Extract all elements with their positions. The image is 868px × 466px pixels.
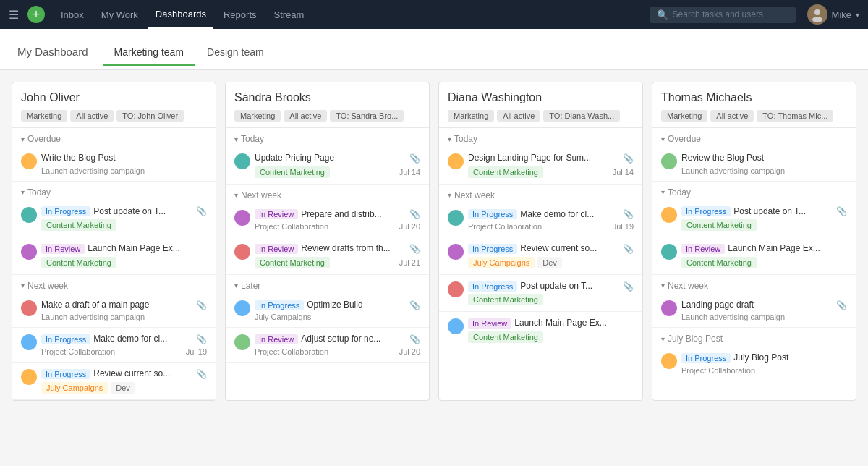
- task-meta: Content MarketingJul 21: [255, 257, 420, 268]
- task-meta: Project CollaborationJul 20: [255, 347, 420, 356]
- nav-stream[interactable]: Stream: [267, 0, 312, 29]
- task-item[interactable]: In ReviewAdjust setup for ne...📎Project …: [226, 328, 429, 363]
- task-item[interactable]: Make a draft of a main page📎Launch adver…: [12, 294, 216, 329]
- task-item[interactable]: In ProgressMake demo for cl...📎Project C…: [439, 203, 642, 238]
- task-row: In ReviewLaunch Main Page Ex...Content M…: [21, 243, 207, 268]
- task-item[interactable]: In ProgressPost update on T...📎Content M…: [12, 200, 216, 238]
- task-date: Jul 20: [399, 222, 420, 231]
- task-meta: Content MarketingJul 14: [468, 166, 634, 178]
- nav-reports[interactable]: Reports: [216, 0, 264, 29]
- task-category-tag: Content Marketing: [255, 257, 330, 268]
- task-title-row: In ReviewPrepare and distrib...📎: [255, 209, 420, 221]
- task-item[interactable]: In ProgressMake demo for cl...📎Project C…: [12, 328, 216, 363]
- task-item[interactable]: Update Pricing Page📎Content MarketingJul…: [226, 147, 429, 185]
- task-row: In ProgressPost update on T...📎Content M…: [21, 206, 207, 232]
- attachment-icon: 📎: [196, 334, 207, 344]
- filter-tag[interactable]: TO: Diana Wash...: [543, 110, 620, 122]
- task-meta: July Campaigns: [255, 313, 420, 321]
- task-item[interactable]: Write the Blog PostLaunch advertising ca…: [12, 147, 216, 182]
- task-title: Review current so...: [520, 243, 597, 255]
- filter-tag[interactable]: Marketing: [661, 110, 707, 122]
- task-item[interactable]: In ProgressPost update on T...📎Content M…: [652, 200, 856, 238]
- dashboard-content: John OliverMarketingAll activeTO: John O…: [0, 70, 868, 412]
- attachment-icon: 📎: [409, 153, 420, 164]
- section-header[interactable]: ▾Today: [439, 128, 642, 147]
- section-header[interactable]: ▾Today: [12, 182, 216, 200]
- attachment-icon: 📎: [409, 209, 420, 219]
- add-button[interactable]: +: [27, 6, 45, 23]
- task-main: Make a draft of a main page📎Launch adver…: [41, 300, 207, 322]
- nav-my-work[interactable]: My Work: [94, 0, 145, 29]
- task-main: In ProgressOptimize Build📎July Campaigns: [255, 300, 420, 322]
- task-main: Review the Blog PostLaunch advertising c…: [681, 153, 847, 175]
- task-item[interactable]: In Progress July Blog Post Project Colla…: [652, 347, 856, 381]
- user-filters: MarketingAll activeTO: John Oliver: [21, 110, 207, 122]
- user-menu[interactable]: Mike ▾: [807, 4, 859, 25]
- task-item[interactable]: Review the Blog PostLaunch advertising c…: [652, 147, 856, 182]
- task-item[interactable]: Design Landing Page for Sum...📎Content M…: [439, 147, 642, 185]
- section-header[interactable]: ▾Today: [226, 128, 429, 147]
- attachment-icon: 📎: [409, 244, 420, 254]
- task-meta: Launch advertising campaign: [41, 313, 207, 321]
- task-main: In ProgressReview current so...📎July Cam…: [41, 368, 207, 394]
- task-item[interactable]: In ReviewLaunch Main Page Ex...Content M…: [12, 237, 216, 275]
- task-avatar: [661, 207, 677, 223]
- filter-tag[interactable]: All active: [70, 110, 114, 122]
- task-main: Update Pricing Page📎Content MarketingJul…: [255, 153, 420, 178]
- section-header[interactable]: ▾Next week: [439, 185, 642, 203]
- svg-point-1: [812, 17, 822, 22]
- task-item[interactable]: In ReviewPrepare and distrib...📎Project …: [226, 203, 429, 238]
- nav-dashboards[interactable]: Dashboards: [148, 0, 213, 29]
- task-item[interactable]: In ReviewLaunch Main Page Ex...Content M…: [652, 237, 856, 275]
- tab-marketing-team[interactable]: Marketing team: [103, 41, 195, 66]
- filter-tag[interactable]: Marketing: [21, 110, 67, 122]
- task-item[interactable]: In ProgressReview current so...📎July Cam…: [12, 363, 216, 400]
- task-item[interactable]: Landing page draft📎Launch advertising ca…: [652, 294, 856, 329]
- section-header[interactable]: ▾Next week: [226, 185, 429, 203]
- task-row: In ProgressMake demo for cl...📎Project C…: [21, 334, 207, 356]
- section-header[interactable]: ▾Overdue: [12, 128, 216, 147]
- task-item[interactable]: In ProgressOptimize Build📎July Campaigns: [226, 294, 429, 329]
- section-header[interactable]: ▾Today: [652, 182, 856, 200]
- section-arrow-icon: ▾: [661, 281, 665, 289]
- filter-tag[interactable]: All active: [710, 110, 754, 122]
- column-sandra: Sandra BrooksMarketingAll activeTO: Sand…: [225, 82, 430, 401]
- section-header[interactable]: ▾Overdue: [652, 128, 856, 147]
- task-date: Jul 21: [399, 258, 420, 267]
- tab-design-team[interactable]: Design team: [195, 41, 276, 66]
- filter-tag[interactable]: Marketing: [234, 110, 281, 122]
- filter-tag[interactable]: TO: Sandra Bro...: [330, 110, 404, 122]
- task-row: Make a draft of a main page📎Launch adver…: [21, 300, 207, 322]
- section-header[interactable]: ▾July Blog Post: [652, 328, 856, 347]
- section-header[interactable]: ▾Next week: [652, 275, 856, 294]
- filter-tag[interactable]: Marketing: [448, 110, 494, 122]
- user-name-label: Mike: [832, 9, 851, 20]
- task-item[interactable]: In ProgressReview current so...📎July Cam…: [439, 237, 642, 275]
- menu-icon[interactable]: ☰: [9, 8, 19, 22]
- task-avatar: [234, 153, 250, 169]
- page-header: My Dashboard Marketing team Design team: [0, 29, 868, 70]
- filter-tag[interactable]: All active: [284, 110, 327, 122]
- nav-inbox[interactable]: Inbox: [54, 0, 91, 29]
- task-item[interactable]: In ReviewLaunch Main Page Ex...Content M…: [439, 312, 642, 350]
- section-header[interactable]: ▾Next week: [12, 275, 216, 294]
- section-header[interactable]: ▾Later: [226, 275, 429, 294]
- task-meta: Launch advertising campaign: [681, 166, 847, 175]
- task-item[interactable]: In ProgressPost update on T...📎Content M…: [439, 275, 642, 313]
- filter-tag[interactable]: TO: Thomas Mic...: [757, 110, 833, 122]
- task-avatar: [448, 210, 464, 226]
- search-input[interactable]: [673, 9, 788, 20]
- filter-tag[interactable]: TO: John Oliver: [116, 110, 184, 122]
- task-title: Prepare and distrib...: [301, 209, 381, 221]
- filter-tag[interactable]: All active: [497, 110, 540, 122]
- status-badge: In Review: [41, 244, 85, 254]
- task-date: Jul 20: [399, 347, 420, 356]
- task-meta: Content Marketing: [468, 331, 634, 343]
- task-row: Landing page draft📎Launch advertising ca…: [661, 300, 847, 322]
- task-title-row: In ReviewLaunch Main Page Ex...: [468, 318, 634, 329]
- user-chevron-icon: ▾: [856, 11, 859, 19]
- avatar: [807, 4, 827, 25]
- task-item[interactable]: In ReviewReview drafts from th...📎Conten…: [226, 237, 429, 275]
- column-header-sandra: Sandra BrooksMarketingAll activeTO: Sand…: [226, 82, 429, 128]
- task-project: Project Collaboration: [681, 366, 755, 375]
